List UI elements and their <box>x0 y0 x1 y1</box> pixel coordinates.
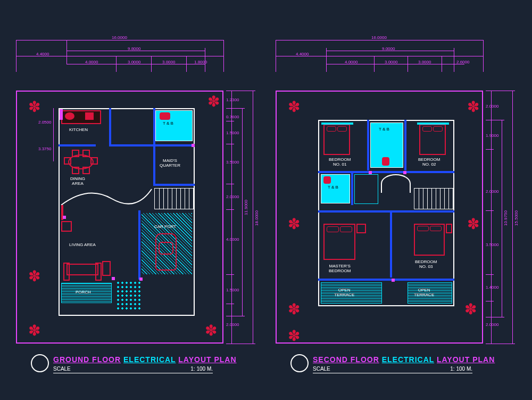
bed <box>323 124 350 155</box>
stairs <box>154 188 194 209</box>
toilet-icon <box>382 157 389 166</box>
elec-box <box>139 277 143 281</box>
dim-line <box>502 120 502 317</box>
title-part-1: GROUND FLOOR <box>53 355 121 364</box>
flower-icon: ✽ <box>26 322 43 339</box>
wall <box>138 210 140 280</box>
headboard <box>417 123 449 125</box>
title-sub: SCALE 1: 100 M. <box>313 366 472 373</box>
living-label: LIVING AREA <box>69 242 96 247</box>
elec-box <box>392 279 395 282</box>
maid-label: MAID'S QUARTER <box>160 158 180 168</box>
flower-icon: ✽ <box>285 216 302 233</box>
wall <box>318 171 454 173</box>
dim-rc: 2.0000 <box>486 189 498 194</box>
terrace2-label: OPEN TERRACE <box>414 288 434 297</box>
dim-tick <box>486 317 504 317</box>
flower-icon: ✽ <box>202 322 219 339</box>
dim-tick <box>486 91 515 91</box>
dim-e: 2.6000 <box>456 60 469 64</box>
bedroom3-label: BEDROOM NO. 03 <box>415 259 437 269</box>
dim-tick <box>454 48 454 72</box>
dim-overall-h: 18.0000 <box>254 210 259 226</box>
title-main: SECOND FLOOR ELECTRICAL LAYOUT PLAN <box>313 355 495 364</box>
flower-icon: ✽ <box>285 328 302 345</box>
dim-b: 4.0000 <box>345 60 358 64</box>
bed <box>323 224 355 260</box>
wall <box>367 120 369 170</box>
dim-tick <box>276 40 276 72</box>
dim-line <box>276 40 483 40</box>
wall <box>109 144 194 146</box>
toilet-icon <box>323 176 331 184</box>
dim-re: 2.0000 <box>226 194 239 199</box>
dim-d: 3.0000 <box>162 60 175 64</box>
elec-box <box>369 171 372 174</box>
dim-tick <box>16 40 16 72</box>
dim-rb: 0.7600 <box>226 115 239 119</box>
dim-line <box>242 108 243 316</box>
dim-line <box>16 40 223 40</box>
dim-line <box>231 91 232 344</box>
title-sub: SCALE 1: 100 M. <box>53 366 213 373</box>
dim-tick <box>226 91 255 91</box>
chair <box>72 167 79 174</box>
dim-tick <box>483 40 484 72</box>
dim-rf: 4.0000 <box>226 237 239 242</box>
dim-rd: 3.5000 <box>226 160 239 165</box>
arch <box>381 174 411 193</box>
dim-line <box>512 91 513 344</box>
flower-icon: ✽ <box>26 99 43 116</box>
elec-box <box>192 144 195 147</box>
dim-a: 4.4000 <box>296 52 309 56</box>
dim-overall-h: 15.5000 <box>514 210 519 226</box>
wall <box>390 213 392 277</box>
scale-value: 1: 100 M. <box>450 366 472 372</box>
porch-center <box>116 281 142 309</box>
chair <box>64 157 71 165</box>
dim-rd: 3.5000 <box>486 242 498 247</box>
dim-tick <box>116 56 117 72</box>
dim-tick <box>151 56 152 72</box>
title-marker-icon <box>31 354 49 372</box>
chair <box>82 150 90 157</box>
dim-c: 3.0000 <box>128 60 140 64</box>
dim-tick <box>326 48 327 72</box>
dim-tick <box>223 40 224 72</box>
flower-icon: ✽ <box>26 268 43 285</box>
title-part-3: LAYOUT PLAN <box>178 355 236 364</box>
stairs <box>414 188 453 209</box>
chair <box>72 150 79 157</box>
dim-rg: 1.5000 <box>226 288 239 292</box>
wall <box>109 108 111 145</box>
dim-tick <box>226 108 245 109</box>
elec-box <box>60 109 63 120</box>
dim-tick <box>486 210 494 211</box>
wall <box>318 279 454 281</box>
nightstand <box>446 224 452 233</box>
dim-sub-h: 11.9000 <box>244 200 248 215</box>
dim-rb: 1.9000 <box>486 133 498 138</box>
flower-icon: ✽ <box>464 99 481 116</box>
bed <box>414 224 445 256</box>
sink-icon <box>85 112 94 120</box>
flower-icon: ✽ <box>285 301 302 318</box>
dim-sub: 9.8000 <box>128 46 140 51</box>
flower-icon: ✽ <box>464 216 481 233</box>
kitchen-label: KITCHEN <box>69 127 88 132</box>
dim-tick <box>226 274 234 275</box>
porch-label: PORCH <box>76 290 91 295</box>
title-part-2: ELECTRICAL <box>382 355 434 364</box>
dim-rc: 1.5000 <box>226 130 239 135</box>
bedroom2-label: BEDROOM NO. 02 <box>418 157 440 167</box>
dim-ra: 1.2300 <box>226 97 239 102</box>
wall <box>351 173 353 205</box>
nightstand <box>356 224 366 233</box>
dim-rh: 2.0000 <box>226 322 239 327</box>
dim-tick <box>186 56 187 72</box>
dim-tick <box>486 120 504 120</box>
headboard <box>321 123 353 125</box>
bed <box>419 124 446 155</box>
car-icon <box>155 233 177 271</box>
chair <box>90 157 98 165</box>
